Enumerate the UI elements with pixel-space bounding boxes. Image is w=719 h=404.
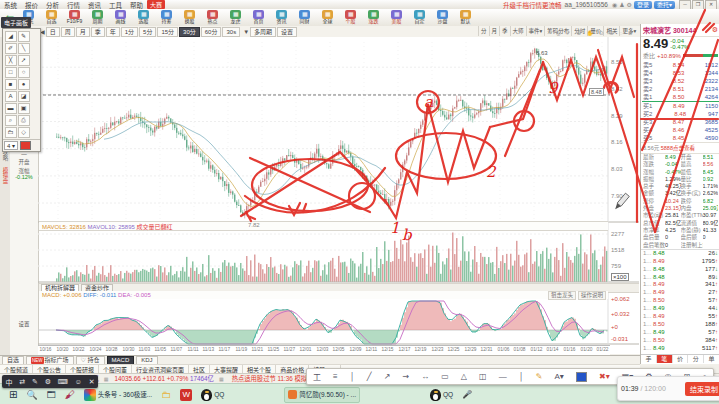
ime-icon[interactable]: ⇄ — [19, 378, 25, 386]
period-tab[interactable]: 30s — [222, 27, 240, 37]
tick-tab[interactable]: 价 — [673, 355, 689, 363]
titlebar-icons[interactable]: ◉♟⚙ — [611, 1, 633, 8]
draw-tool-icon[interactable]: ↗ — [384, 372, 391, 381]
toolbar-item[interactable]: ▦持筹 — [155, 10, 178, 25]
palette-tool-icon[interactable]: ⎙ — [18, 115, 30, 126]
ime-icon[interactable]: ⌨ — [58, 378, 68, 386]
overlay-tab[interactable]: 事件▾ — [526, 26, 545, 36]
palette-tool-icon[interactable]: ● — [18, 79, 30, 90]
taskbar-qq-1[interactable]: QQ — [201, 389, 224, 401]
period-tab[interactable]: 5分 — [139, 27, 156, 37]
taskbar-qq-2[interactable]: QQ — [430, 389, 453, 401]
start-button[interactable]: ⊞ — [9, 389, 17, 401]
contest-badge[interactable]: 大赛 — [147, 0, 165, 9]
draw-tool-icon[interactable]: ✖▾ — [599, 372, 610, 381]
ime-icon[interactable]: ✎ — [32, 378, 38, 386]
toolbar-item[interactable]: ▦换股 — [178, 10, 201, 25]
draw-tool-icon[interactable]: ↔ — [421, 372, 429, 381]
period-tab[interactable]: 季 — [91, 27, 105, 37]
folder-icon[interactable]: 🗀 — [161, 389, 171, 401]
ime-icon[interactable]: ☺ — [75, 378, 82, 385]
toolbar-item[interactable]: ▦自定 — [408, 10, 431, 25]
toolbar-item[interactable]: ▦自选 — [40, 10, 63, 25]
draw-tool-icon[interactable]: ✎ — [536, 372, 543, 381]
draw-tool-icon[interactable]: 工 — [313, 371, 321, 382]
pen-size-select[interactable]: 4 ▾ — [4, 141, 18, 150]
period-tab[interactable]: 60分 — [201, 27, 222, 37]
tick-tab[interactable]: 分 — [688, 355, 704, 363]
side-vertical-tab-sim[interactable]: 模拟盘 — [1, 167, 10, 184]
macd-right-tab[interactable]: 狙击龙头 — [548, 291, 576, 300]
toolbar-item[interactable]: ▦默认 — [454, 10, 477, 25]
palette-tool-icon[interactable]: ✎ — [18, 31, 30, 42]
palette-tool-icon[interactable]: ⌕ — [5, 115, 17, 126]
palette-tool-icon[interactable]: ╳ — [5, 55, 17, 66]
toolbar-item[interactable]: ▦全球 — [316, 10, 339, 25]
titlebar-icon[interactable]: ♟ — [619, 2, 624, 8]
draw-tool-icon[interactable]: △ — [461, 372, 467, 381]
period-tab[interactable]: 年 — [106, 27, 120, 37]
palette-tool-icon[interactable]: ╲ — [18, 43, 30, 54]
draw-tool-icon[interactable]: ◫ — [479, 372, 487, 381]
toolbar-item[interactable]: ▦资讯 — [270, 10, 293, 25]
ime-icon[interactable]: ✕ — [89, 378, 95, 386]
input-method-bar[interactable]: 中⇄✎⚙⌨☺✕ — [2, 375, 98, 388]
tick-tab[interactable]: 手 — [641, 355, 657, 363]
draw-tool-icon[interactable]: ≡ — [333, 372, 338, 381]
overlay-tab[interactable]: 大师 — [510, 26, 526, 36]
overlay-tab[interactable]: 月 — [489, 26, 500, 36]
overlay-tab[interactable]: 分 — [478, 26, 489, 36]
palette-tool-icon[interactable]: ▬ — [5, 103, 17, 114]
toolbar-item[interactable]: ▦首页 — [247, 10, 270, 25]
toolbar-item[interactable]: ▦选股 — [132, 10, 155, 25]
draw-tool-icon[interactable]: │ — [519, 372, 524, 381]
palette-tool-icon[interactable]: ■ — [5, 79, 17, 90]
titlebar-icon[interactable]: ◉ — [612, 2, 617, 8]
trade-button[interactable]: 委托▾ — [654, 1, 675, 9]
toolbar-item[interactable]: ▦个股 — [339, 10, 362, 25]
period-tab[interactable]: 周 — [61, 27, 75, 37]
macd-right-tab[interactable]: 操作说明 — [578, 291, 606, 300]
w-app-icon[interactable]: W — [180, 389, 192, 401]
toolbar-item[interactable]: ▦热点 — [201, 10, 224, 25]
titlebar-icon[interactable]: ⚙ — [627, 2, 632, 8]
tick-tab[interactable]: 笔 — [657, 355, 673, 363]
mic-icon[interactable]: 🎤 — [462, 389, 472, 401]
ime-icon[interactable]: 中 — [5, 377, 12, 387]
stop-recording-button[interactable]: 结束录制 — [685, 382, 719, 396]
period-tab[interactable]: 日 — [46, 27, 60, 37]
brush-icon[interactable]: 🖌 — [65, 389, 75, 401]
palette-tool-icon[interactable]: ✐ — [5, 43, 17, 54]
toolbar-item[interactable]: ▦F10/F9 — [63, 10, 86, 25]
draw-tool-icon[interactable]: A▾ — [555, 372, 564, 381]
toolbar-item[interactable]: ▦沙盘 — [431, 10, 454, 25]
draw-tool-icon[interactable]: ╱ — [367, 372, 372, 381]
settings-link[interactable]: 设置 — [10, 320, 38, 328]
palette-tool-icon[interactable]: 🗀 — [5, 127, 17, 138]
period-tab[interactable]: 30分 — [179, 27, 200, 37]
search-icon[interactable]: 🔍 — [26, 389, 37, 401]
ime-icon[interactable]: ⚙ — [45, 378, 51, 386]
task-view-icon[interactable]: 🗔 — [47, 389, 56, 401]
login-button[interactable]: 登录 — [634, 1, 652, 9]
palette-tool-icon[interactable]: A — [5, 91, 17, 102]
taskbar-chat[interactable]: 简忆勋(9.50.50) - ... — [284, 387, 360, 403]
period-tab[interactable]: 月 — [76, 27, 90, 37]
period-tab[interactable]: 15分 — [157, 27, 178, 37]
toolbar-item[interactable]: ▦美股 — [385, 10, 408, 25]
draw-tool-icon[interactable]: ▭ — [441, 372, 449, 381]
period-tab[interactable]: 1分 — [121, 27, 138, 37]
palette-tool-icon[interactable]: ◪ — [18, 91, 30, 102]
draw-tool-icon[interactable]: ― — [499, 372, 507, 381]
toolbar-item[interactable]: ▦画线 — [109, 10, 132, 25]
period-extra-tab[interactable]: 设置 — [277, 27, 297, 37]
taskbar-browser[interactable]: 头条号 - 360极速... — [84, 389, 153, 401]
draw-tool-icon[interactable]: │ — [350, 372, 355, 381]
palette-tool-icon[interactable]: ◇ — [18, 127, 30, 138]
overlay-tab[interactable]: 季 — [499, 26, 510, 36]
mini-tool-icons[interactable]: ◎ ✓ ⊕ ✋ ⊙ ⊖ ◌ ⊗ — [556, 30, 635, 36]
palette-tool-icon[interactable]: ➚ — [18, 55, 30, 66]
toolbar-item[interactable]: ▦龙虎 — [224, 10, 247, 25]
draw-tool-icon[interactable]: ⇝ — [402, 372, 409, 381]
toolbar-item[interactable]: ▦涨跌 — [362, 10, 385, 25]
